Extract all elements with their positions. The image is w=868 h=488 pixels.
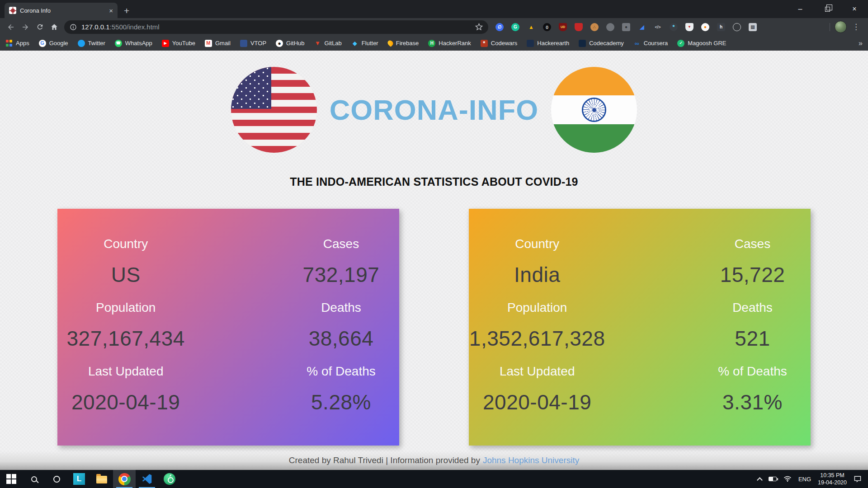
forward-button[interactable] (18, 20, 33, 34)
codecademy-favicon-icon (579, 40, 586, 47)
bookmark-codewars[interactable]: *Codewars (481, 40, 518, 47)
tray-chevron-icon[interactable] (757, 477, 763, 483)
stats-row: Population 1,352,617,328 Deaths 521 (469, 300, 811, 351)
profile-avatar[interactable] (835, 21, 847, 33)
search-lens-extension-icon[interactable] (606, 23, 614, 31)
window-controls: – × (787, 0, 868, 18)
browser-tab[interactable]: Corona Info × (5, 3, 118, 18)
chrome-icon (118, 473, 131, 485)
color-picker-extension-icon[interactable]: ◢ (638, 23, 646, 31)
taskbar-search-button[interactable] (23, 470, 45, 488)
orange-ball-extension-icon[interactable]: ● (701, 23, 709, 31)
hashnode-extension-icon[interactable]: h (717, 23, 725, 31)
code-tag-extension-icon[interactable]: </> (654, 23, 662, 31)
bookmark-flutter[interactable]: ◆Flutter (351, 40, 378, 47)
react-devtools-extension-icon[interactable]: * (670, 23, 678, 31)
new-tab-button[interactable]: + (124, 6, 129, 15)
bookmark-firebase[interactable]: Firebase (388, 40, 419, 47)
site-blocker-extension-icon[interactable]: ∅ (495, 23, 504, 31)
file-explorer-button[interactable] (90, 470, 113, 488)
bookmark-hackerrank[interactable]: HHackerRank (428, 40, 471, 47)
bookmark-google[interactable]: GGoogle (39, 40, 68, 47)
stat-value: 521 (694, 326, 811, 351)
bookmark-label: Codecademy (589, 40, 624, 47)
browser-tab-strip: Corona Info × + – × (0, 0, 868, 18)
hackerrank-favicon-icon: H (428, 40, 435, 47)
chrome-menu-icon[interactable]: ⋮ (847, 22, 864, 32)
bookmark-apps[interactable]: Apps (5, 40, 29, 47)
cookie-editor-extension-icon[interactable]: ∴ (590, 23, 599, 31)
bookmarks-overflow-icon[interactable]: » (859, 39, 863, 47)
browser-toolbar: 127.0.0.1:5500/index.html ∅G▲{}UD∴●◢</>*… (0, 18, 868, 36)
url-host: 127.0.0.1 (81, 23, 110, 31)
bookmark-youtube[interactable]: ▶YouTube (162, 40, 195, 47)
extensions-area: ∅G▲{}UD∴●◢</>*▼●h▤ (495, 23, 757, 31)
screenshot-camera-extension-icon[interactable]: ● (622, 23, 630, 31)
firebase-favicon-icon (387, 39, 394, 47)
bookmark-magoosh-gre[interactable]: ✓Magoosh GRE (677, 40, 726, 47)
l-app-button[interactable]: L (68, 470, 90, 488)
wifi-icon[interactable] (783, 476, 792, 482)
bookmark-codecademy[interactable]: Codecademy (579, 40, 624, 47)
home-icon (50, 23, 58, 31)
bookmark-whatsapp[interactable]: ☎WhatsApp (115, 40, 152, 47)
bookmark-label: Magoosh GRE (688, 40, 726, 47)
bookmark-twitter[interactable]: Twitter (78, 40, 105, 47)
bookmark-label: GitHub (286, 40, 304, 47)
grammarly-extension-icon[interactable]: G (511, 23, 519, 31)
stat-country: Country India (469, 237, 605, 287)
stat-label: Deaths (283, 300, 399, 315)
twitter-favicon-icon (78, 40, 85, 47)
taskbar-clock[interactable]: 10:35 PM 19-04-2020 (818, 472, 847, 487)
close-button[interactable]: × (841, 0, 868, 18)
action-center-icon[interactable] (854, 475, 862, 483)
json-viewer-extension-icon[interactable]: {} (543, 23, 551, 31)
footer-link[interactable]: Johns Hopkins University (483, 455, 579, 465)
cortana-button[interactable] (45, 470, 68, 488)
battery-icon[interactable] (769, 477, 777, 481)
google-drive-extension-icon[interactable]: ▲ (527, 23, 535, 31)
page-header: CORONA-INFO (231, 67, 637, 153)
bookmark-label: Twitter (88, 40, 105, 47)
ashoka-chakra-icon (582, 98, 606, 122)
android-studio-button[interactable] (158, 470, 181, 488)
bookmark-coursera[interactable]: ∞Coursera (633, 40, 668, 47)
bookmark-gitlab[interactable]: ▼GitLab (314, 40, 342, 47)
refresh-button[interactable] (33, 20, 47, 34)
stat-label: Last Updated (57, 364, 194, 379)
clipboard-notes-extension-icon[interactable]: ▤ (749, 23, 757, 31)
start-button[interactable] (0, 470, 23, 488)
stat-value: 327,167,434 (57, 326, 194, 351)
guard-shield-extension-icon[interactable]: ▼ (685, 23, 693, 31)
vscode-taskbar-button[interactable] (136, 470, 158, 488)
stat-label: % of Deaths (694, 364, 811, 379)
bookmarks-list: AppsGGoogleTwitter☎WhatsApp▶YouTubeMGmai… (5, 40, 726, 47)
urban-dictionary-extension-icon[interactable]: UD (559, 23, 567, 31)
forward-arrow-icon (21, 23, 29, 31)
bookmark-hackerearth[interactable]: Hackerearth (527, 40, 569, 47)
address-bar[interactable]: 127.0.0.1:5500/index.html (64, 20, 488, 34)
bookmark-github[interactable]: ●GitHub (276, 40, 304, 47)
back-button[interactable] (4, 20, 18, 34)
lightbulb-extension-icon[interactable] (733, 23, 741, 31)
language-indicator[interactable]: ENG (798, 476, 811, 483)
bookmark-star-button[interactable] (475, 23, 483, 31)
footer-text: Created by Rahul Trivedi | Information p… (289, 455, 480, 465)
bookmark-gmail[interactable]: MGmail (205, 40, 231, 47)
stat-last-updated: Last Updated 2020-04-19 (57, 364, 194, 414)
bookmark-vtop[interactable]: VTOP (240, 40, 266, 47)
minimize-button[interactable]: – (787, 0, 814, 18)
us-flag-canton (231, 67, 271, 109)
restore-button[interactable] (814, 0, 841, 18)
chrome-taskbar-button[interactable] (113, 470, 136, 488)
stat-label: Deaths (694, 300, 811, 315)
stat-value: 2020-04-19 (469, 390, 605, 414)
bookmark-label: YouTube (172, 40, 195, 47)
bookmarks-bar: AppsGGoogleTwitter☎WhatsApp▶YouTubeMGmai… (0, 36, 868, 51)
home-button[interactable] (47, 20, 61, 34)
tab-close-icon[interactable]: × (109, 7, 113, 14)
stat-value: 38,664 (283, 326, 399, 351)
stat-population: Population 1,352,617,328 (469, 300, 605, 351)
password-shield-extension-icon[interactable] (575, 23, 583, 31)
bookmark-label: Firebase (396, 40, 419, 47)
